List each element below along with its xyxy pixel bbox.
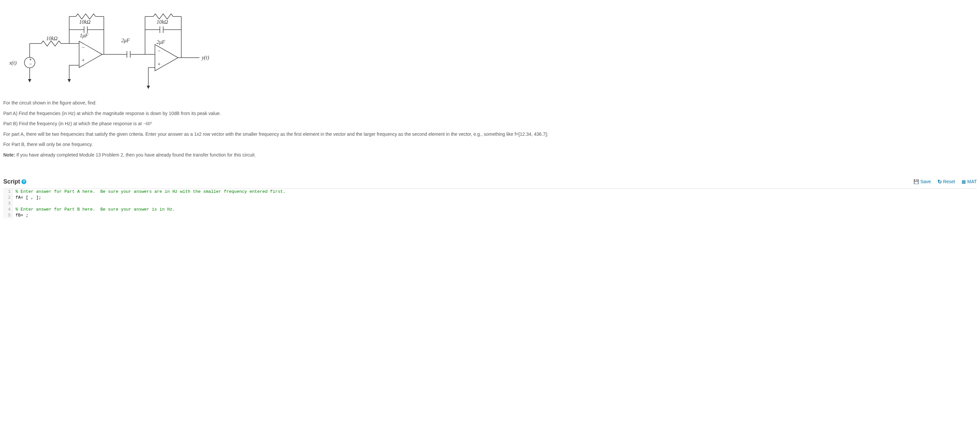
circuit-diagram: + − − + (3, 3, 977, 90)
note-line: Note: If you have already completed Modu… (3, 152, 977, 159)
part-b-val: −60° (143, 121, 152, 126)
code-line: 3 (3, 201, 977, 207)
output-label: y(t) (201, 55, 209, 60)
script-title: Script (3, 178, 20, 185)
code-content[interactable] (13, 201, 16, 207)
problem-text: For the circuit shown in the figure abov… (3, 100, 977, 159)
line-number: 3 (3, 201, 13, 207)
code-line: 5 fB= ; (3, 213, 977, 218)
reset-label: Reset (943, 179, 955, 184)
mat-button[interactable]: MAT (961, 179, 977, 184)
code-content[interactable]: % Enter answer for Part A here. Be sure … (13, 189, 285, 195)
code-line: 2 fA= [ , ]; (3, 195, 977, 201)
svg-marker-40 (147, 86, 150, 89)
note-text: If you have already completed Module 13 … (15, 152, 256, 157)
reset-button[interactable]: Reset (937, 178, 955, 185)
instr-a-line: For part A, there will be two frequencie… (3, 131, 977, 138)
code-content[interactable]: % Enter answer for Part B here. Be sure … (13, 207, 175, 213)
part-b-line: Part B) Find the frequency (in Hz) at wh… (3, 121, 977, 127)
c-fb2-label: 2μF (157, 39, 165, 45)
script-actions: Save Reset MAT (913, 178, 977, 185)
svg-marker-20 (68, 79, 71, 83)
line-number: 1 (3, 189, 13, 195)
reset-icon (937, 178, 942, 185)
c-series-label: 2μF (121, 38, 130, 43)
save-label: Save (920, 179, 931, 184)
code-content[interactable]: fB= ; (13, 213, 29, 218)
r-fb2-label: 10kΩ (157, 19, 168, 25)
svg-text:−: − (82, 45, 85, 51)
r-in-label: 10kΩ (46, 36, 58, 41)
svg-text:−: − (158, 48, 161, 54)
script-header: Script ? Save Reset MAT (3, 178, 977, 185)
source-label: x(t) (9, 60, 16, 66)
part-b-pre: Part B) Find the frequency (in Hz) at wh… (3, 121, 143, 126)
code-line: 4 % Enter answer for Part B here. Be sur… (3, 207, 977, 213)
svg-text:−: − (29, 61, 32, 67)
code-content[interactable]: fA= [ , ]; (13, 195, 41, 201)
intro-line: For the circuit shown in the figure abov… (3, 100, 977, 107)
mat-icon (961, 179, 966, 184)
svg-text:+: + (158, 61, 161, 67)
circuit-svg: + − − + (3, 3, 214, 89)
c-fb1-label: 1μF (80, 33, 88, 38)
mat-label: MAT (967, 179, 977, 184)
r-fb1-label: 10kΩ (79, 19, 91, 25)
svg-marker-3 (28, 79, 31, 83)
part-a-line: Part A) Find the frequencies (in Hz) at … (3, 110, 977, 117)
save-icon (913, 179, 919, 184)
line-number: 2 (3, 195, 13, 201)
svg-text:+: + (82, 57, 85, 63)
note-label: Note: (3, 152, 15, 157)
line-number: 5 (3, 213, 13, 218)
save-button[interactable]: Save (913, 179, 931, 184)
code-editor[interactable]: 1 % Enter answer for Part A here. Be sur… (3, 188, 977, 218)
code-line: 1 % Enter answer for Part A here. Be sur… (3, 189, 977, 195)
instr-b-line: For Part B, there will only be one frequ… (3, 142, 977, 148)
line-number: 4 (3, 207, 13, 213)
help-icon[interactable]: ? (21, 179, 26, 184)
